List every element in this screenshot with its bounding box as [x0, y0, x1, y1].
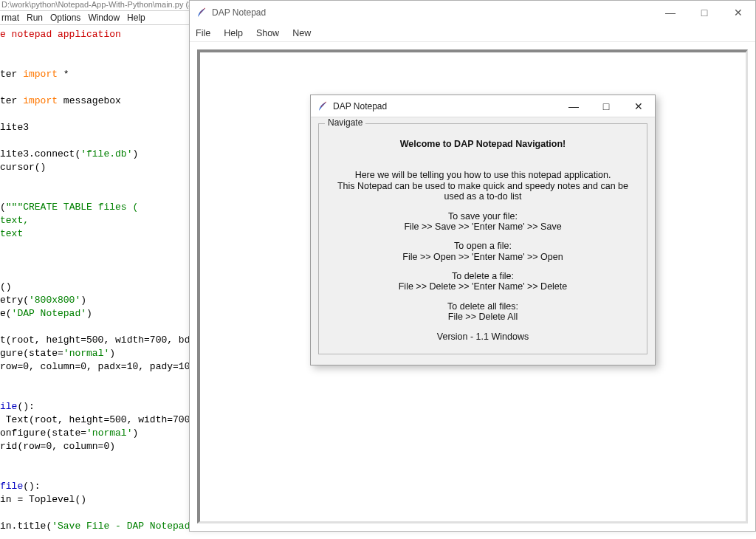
- close-button[interactable]: ✕: [721, 1, 755, 24]
- dap-titlebar: DAP Notepad — □ ✕: [190, 1, 755, 24]
- navigate-dialog: DAP Notepad — □ ✕ Navigate Welcome to DA…: [310, 95, 656, 365]
- dap-menu-show[interactable]: Show: [256, 28, 279, 38]
- idle-editor-window: D:\work\python\Notepad-App-With-Python\m…: [0, 0, 189, 539]
- navigate-groupbox: Navigate Welcome to DAP Notepad Navigati…: [318, 123, 647, 354]
- minimize-button[interactable]: —: [653, 1, 687, 24]
- navigate-intro-1: Here we will be telling you how to use t…: [328, 170, 638, 180]
- maximize-button[interactable]: □: [590, 95, 622, 117]
- maximize-button[interactable]: □: [687, 1, 721, 24]
- dap-window-controls: — □ ✕: [653, 1, 755, 24]
- navigate-intro-2: This Notepad can be used to make quick a…: [328, 181, 638, 202]
- navigate-version: Version - 1.1 Windows: [328, 332, 638, 342]
- navigate-titlebar: DAP Notepad — □ ✕: [311, 95, 655, 117]
- navigate-content: Welcome to DAP Notepad Navigation! Here …: [328, 139, 638, 342]
- navigate-open-label: To open a file:: [328, 241, 638, 251]
- close-button[interactable]: ✕: [622, 95, 655, 117]
- navigate-deleteall-steps: File >> Delete All: [328, 312, 638, 322]
- idle-menu-format[interactable]: rmat: [1, 13, 19, 23]
- tk-feather-icon: [317, 100, 329, 112]
- navigate-deleteall-label: To delete all files:: [328, 301, 638, 312]
- dap-menubar: File Help Show New: [190, 24, 755, 42]
- navigate-window-controls: — □ ✕: [557, 95, 655, 117]
- navigate-delete-steps: File >> Delete >> 'Enter Name' >> Delete: [328, 281, 638, 292]
- idle-menu-options[interactable]: Options: [50, 13, 80, 23]
- navigate-delete-label: To delete a file:: [328, 271, 638, 281]
- navigate-welcome: Welcome to DAP Notepad Navigation!: [328, 139, 638, 149]
- minimize-button[interactable]: —: [557, 95, 590, 117]
- idle-titlebar-path: D:\work\python\Notepad-App-With-Python\m…: [0, 0, 189, 10]
- navigate-save-steps: File >> Save >> 'Enter Name' >> Save: [328, 222, 638, 232]
- navigate-open-steps: File >> Open >> 'Enter Name' >> Open: [328, 252, 638, 262]
- dap-title-text: DAP Notepad: [212, 7, 266, 18]
- dap-menu-new[interactable]: New: [292, 28, 311, 38]
- tk-feather-icon: [196, 7, 207, 18]
- navigate-legend: Navigate: [325, 117, 365, 128]
- dap-menu-help[interactable]: Help: [224, 28, 243, 38]
- navigate-title-text: DAP Notepad: [333, 101, 387, 111]
- navigate-save-label: To save your file:: [328, 211, 638, 222]
- idle-menu-window[interactable]: Window: [88, 13, 120, 23]
- idle-menu-run[interactable]: Run: [27, 13, 43, 23]
- idle-menu-help[interactable]: Help: [127, 13, 145, 23]
- dap-menu-file[interactable]: File: [196, 28, 210, 38]
- idle-menubar: rmat Run Options Window Help: [0, 10, 189, 25]
- idle-code-area[interactable]: e notepad application ter import * ter i…: [0, 25, 189, 539]
